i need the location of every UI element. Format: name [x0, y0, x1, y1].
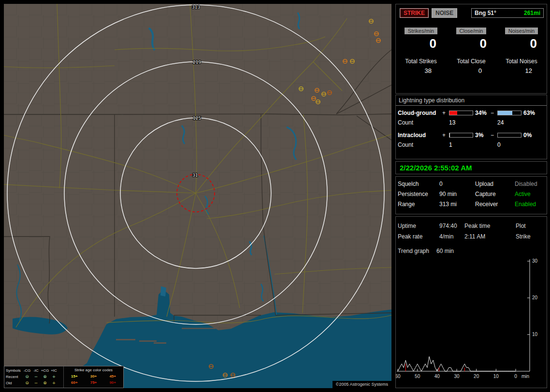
upload-label: Upload: [475, 181, 515, 187]
svg-text:20: 20: [474, 374, 479, 379]
trend-graph-label: Trend graph: [398, 248, 436, 254]
close-per-min-value: 0: [446, 36, 496, 51]
bearing-display: Bng 51° 261mi: [471, 8, 544, 18]
noise-mode-button[interactable]: NOISE: [432, 8, 457, 18]
age-90: 90+: [103, 379, 122, 386]
ring-label-219: 219: [193, 60, 201, 65]
trend-window-value: 60 min: [436, 248, 475, 254]
old-neg-cg-icon: ⊖: [22, 380, 32, 386]
svg-text:10: 10: [493, 374, 499, 379]
uptime-label: Uptime: [398, 223, 439, 229]
recent-neg-ic-icon: −: [32, 374, 40, 380]
recent-neg-cg-icon: ⊖: [22, 374, 32, 380]
intracloud-count-row: Count 1 0: [396, 141, 547, 148]
map-canvas: 313 219 125 31: [4, 4, 391, 388]
trend-graph: 6050403020100min102030: [396, 257, 546, 382]
cg-positive-bar: [449, 111, 473, 115]
svg-text:0: 0: [514, 374, 517, 379]
peak-time-label: Peak time: [464, 223, 516, 229]
recent-pos-ic-icon: +: [50, 374, 58, 380]
age-15: 15+: [65, 373, 84, 379]
plot-value: Strike: [516, 233, 548, 240]
bearing-value: Bng 51°: [475, 10, 496, 16]
distribution-title: Lightning type distribution: [396, 95, 547, 106]
squelch-label: Squelch: [398, 181, 439, 187]
nexstorm-app: { "header": { "strike_button": "STRIKE",…: [0, 0, 550, 392]
copyright-notice: ©2005 Astrogenic Systems: [333, 381, 391, 388]
close-per-min-label: Close/min: [456, 28, 487, 34]
svg-text:20: 20: [532, 295, 538, 300]
legend-symbols-header: Symbols: [6, 367, 22, 374]
plot-label: Plot: [516, 223, 548, 229]
age-75: 75+: [84, 379, 103, 386]
total-noises: Total Noises12: [496, 58, 547, 74]
strikes-per-min-label: Strikes/min: [405, 28, 437, 34]
receiver-label: Receiver: [475, 201, 515, 208]
ring-label-31: 31: [192, 173, 198, 178]
svg-text:10: 10: [532, 332, 538, 337]
capture-status: Active: [515, 191, 546, 197]
recent-pos-cg-icon: ⊕: [40, 374, 50, 380]
svg-text:50: 50: [415, 374, 420, 379]
distribution-panel: Lightning type distribution Cloud-ground…: [395, 95, 547, 159]
map-legend: Symbols -CG -IC +CG +IC Recent ⊖ − ⊕ + O…: [4, 366, 124, 388]
capture-label: Capture: [475, 191, 515, 197]
svg-text:30: 30: [454, 374, 460, 379]
peak-time-value: 2:11 AM: [464, 233, 516, 240]
age-60: 60+: [65, 379, 84, 386]
settings-panel: Squelch 0 Upload Disabled Persistence 90…: [395, 176, 547, 214]
old-neg-ic-icon: −: [32, 380, 40, 386]
total-strikes: Total Strikes38: [396, 58, 446, 74]
ring-label-125: 125: [193, 116, 201, 121]
old-pos-ic-icon: +: [50, 380, 58, 386]
peak-rate-label: Peak rate: [398, 233, 439, 240]
upload-status: Disabled: [515, 181, 546, 187]
trend-axis-labels: 6050403020100min102030: [396, 258, 538, 379]
strike-mode-button[interactable]: STRIKE: [400, 8, 429, 18]
svg-text:min: min: [521, 374, 529, 379]
persistence-value: 90 min: [439, 191, 475, 197]
legend-symbols: Symbols -CG -IC +CG +IC Recent ⊖ − ⊕ + O…: [4, 366, 63, 388]
svg-text:60: 60: [396, 374, 401, 379]
ring-label-313: 313: [192, 5, 200, 10]
age-30: 30+: [84, 373, 103, 379]
uptime-value: 974:40: [439, 223, 464, 229]
cg-negative-bar: [497, 111, 521, 115]
total-close: Total Close0: [446, 58, 496, 74]
noises-per-min-value: 0: [496, 36, 547, 51]
bearing-range: 261mi: [524, 10, 540, 16]
peak-rate-value: 4/min: [439, 233, 464, 240]
ic-positive-bar: [449, 133, 473, 138]
trend-panel: Uptime 974:40 Peak time Plot Peak rate 4…: [395, 216, 547, 388]
strikes-per-min-value: 0: [396, 36, 446, 51]
noises-per-min-label: Noises/min: [505, 28, 538, 34]
cloud-ground-row: Cloud-ground + 34% − 63%: [396, 110, 547, 116]
datetime-display: 2/22/2026 2:55:02 AM: [395, 161, 547, 174]
intracloud-row: Intracloud + 3% − 0%: [396, 132, 547, 139]
lightning-map[interactable]: 313 219 125 31 Symbols -CG -IC +CG +IC R…: [4, 4, 391, 388]
svg-text:30: 30: [532, 258, 538, 264]
cloud-ground-count-row: Count 13 24: [396, 119, 547, 126]
receiver-status: Enabled: [515, 201, 546, 208]
age-45: 45+: [103, 373, 122, 379]
legend-age-codes: Strike age color codes 15+ 30+ 45+ 60+ 7…: [63, 366, 123, 388]
range-label: Range: [398, 201, 439, 208]
range-value: 313 mi: [439, 201, 475, 208]
old-pos-cg-icon: ⊕: [40, 380, 50, 386]
ic-negative-bar: [497, 133, 521, 138]
squelch-value: 0: [439, 181, 475, 187]
persistence-label: Persistence: [398, 191, 439, 197]
stats-panel: STRIKE NOISE Bng 51° 261mi Strikes/min C…: [395, 4, 547, 94]
svg-text:40: 40: [434, 374, 440, 379]
